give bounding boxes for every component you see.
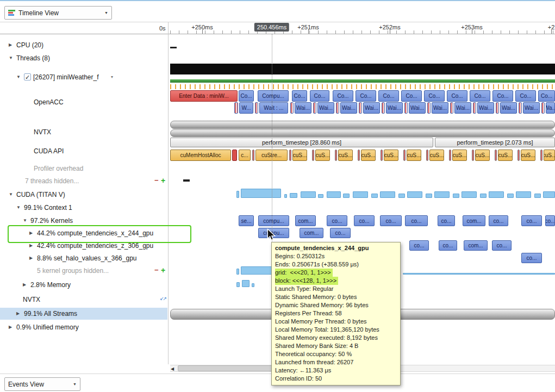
timeline-bar-mem[interactable] [462,191,477,198]
timeline-bar-blue[interactable]: com... [464,240,488,251]
timeline-bar-stripe[interactable] [255,102,258,114]
timeline-bar-blue[interactable]: compu... [258,215,289,226]
row-checkbox[interactable]: ✓ [24,73,31,80]
expand-down-icon[interactable]: ▼ [16,205,21,210]
timeline-bar-blue[interactable]: Co... [333,90,353,102]
timeline-bar-stripe[interactable] [336,102,339,114]
timeline-bar-stripe2[interactable] [517,150,520,161]
timeline-bar-mem[interactable] [489,191,504,198]
expand-row-icon[interactable]: ↙↗ [160,296,166,301]
timeline-bar-blue[interactable]: Co... [470,90,490,102]
timeline-bar-blue[interactable]: co... [489,215,508,226]
timeline-bar-mem[interactable] [242,280,250,287]
expand-right-icon[interactable]: ▶ [9,42,12,47]
timeline-bar-blue[interactable]: co... [409,240,429,251]
timeline-bar-stripe[interactable] [450,102,453,114]
timeline-bar-mem[interactable] [301,191,316,198]
timeline-bar-mem[interactable] [343,194,350,198]
timeline-bar-mem[interactable] [407,191,422,198]
timeline-bar-blue[interactable]: com... [295,215,316,226]
timeline-bar-orange[interactable]: cuS... [452,150,467,161]
timeline-bar-stripe[interactable] [427,102,431,114]
timeline-bar-stripe2[interactable] [358,150,360,161]
sidebar-row-kernel-groups-hidden[interactable]: 5 kernel groups hidden...−+ [0,265,167,277]
sidebar-row-nvtx-thread[interactable]: NVTX [0,126,167,138]
sidebar-row-all-streams[interactable]: ▶99.1% All Streams [0,308,167,320]
timeline-bar-stripe2[interactable] [335,150,337,161]
expand-right-icon[interactable]: ▶ [23,282,26,287]
timeline-bar-blue[interactable]: Wai... [340,102,357,114]
timeline-bar-blue[interactable]: Co... [239,90,254,102]
remove-hidden-icon[interactable]: − [154,266,159,274]
timeline-bar-blue[interactable]: Co... [378,90,399,102]
timeline-bar-blue[interactable]: co... [545,215,555,226]
timeline-bar-stripe[interactable] [496,102,499,114]
sidebar-row-cuda-api[interactable]: CUDA API [0,145,167,157]
timeline-bar-stripe[interactable] [359,102,362,114]
timeline-bar-mem[interactable] [290,193,297,198]
sidebar-row-memory[interactable]: ▶2.8% Memory [0,279,167,291]
timeline-bar-blue[interactable]: se... [239,215,254,226]
timeline-bar-orange[interactable]: cuS... [498,150,513,161]
timeline-bar-dash[interactable] [170,47,177,48]
timeline-bar-orange[interactable]: cuS... [384,150,398,161]
sidebar-row-profiler-overhead[interactable]: Profiler overhead [0,163,167,175]
timeline-bar-blue[interactable]: co... [439,240,457,251]
timeline-bar-mem[interactable] [403,273,555,275]
timeline-bar-mem[interactable] [252,283,254,287]
timeline-bar-stripe[interactable] [382,102,385,114]
timeline-bar-red[interactable]: Enter Data : miniW... [170,90,238,102]
timeline-bar-stripe[interactable] [473,102,476,114]
timeline-bar-blue[interactable]: co... [354,215,375,226]
timeline-bar-mem[interactable] [534,194,541,198]
timeline-bar-mem[interactable] [480,194,487,198]
timeline-bar-mem[interactable] [327,191,341,198]
timeline-bar-stripe2[interactable] [426,150,428,161]
timeline-bar-stripe2[interactable] [403,150,406,161]
timeline-bar-orange[interactable]: cuS... [521,150,535,161]
timeline-bar-mem[interactable] [241,189,281,198]
timeline-bar-blue[interactable]: Wai... [295,102,311,114]
timeline-bar-mem[interactable] [434,191,450,198]
restore-hidden-icon[interactable]: + [161,176,165,185]
timeline-bar-mem[interactable] [284,194,287,198]
sidebar-row-cpu[interactable]: ▶CPU (20) [0,39,167,51]
timeline-bar-mem[interactable] [236,282,240,287]
timeline-bar-blue[interactable]: Co... [538,90,555,102]
timeline-bar-blue[interactable]: Co... [401,90,422,102]
timeline-bar-blue[interactable]: Wai... [500,102,517,114]
timeline-bar-stripe2[interactable] [289,150,291,161]
timeline-bar-blue[interactable]: co... [380,215,402,226]
timeline-bar-orange[interactable]: cuS... [544,150,555,161]
timeline-bar-mem[interactable] [371,194,378,198]
timeline-bar-mem[interactable] [543,191,555,198]
expand-down-icon[interactable]: ▼ [9,192,13,197]
timeline-bar-mem[interactable] [236,191,239,198]
timeline-bar-blue[interactable]: Co... [492,90,513,102]
sidebar-row-kernel-halo[interactable]: ▶8.8% set_halo_values_x_366_gpu [0,252,167,264]
timeline-bar-orange[interactable]: cuMemHostAlloc [170,150,231,161]
timeline-bar-range[interactable]: perform_timestep [28.860 ms] [170,138,433,147]
timeline-bar-orange[interactable]: cuS... [429,150,444,161]
timeline-bar-stripe2[interactable] [252,150,254,161]
timeline-bar-graybar[interactable] [170,129,555,137]
sidebar-row-openacc[interactable]: OpenACC [0,96,167,108]
timeline-bar-redsm[interactable] [232,150,237,161]
timeline-bar-stripe2[interactable] [449,150,451,161]
remove-hidden-icon[interactable]: − [154,176,159,184]
timeline-bar-mem[interactable] [426,194,432,198]
timeline-bar-blue[interactable]: Wai... [454,102,471,114]
timeline-bar-blue[interactable]: W... [239,102,253,114]
timeline-bar-ticks[interactable] [170,84,555,89]
timeline-bar-blue[interactable]: Wai... [477,102,494,114]
sidebar-row-unified-memory[interactable]: ▶0.9% Unified memory [0,321,167,333]
timeline-bar-orange[interactable]: cuS... [338,150,353,161]
sidebar-row-nvtx-cuda[interactable]: NVTX↙↗ [0,294,167,306]
timeline-bar-blue[interactable]: co... [492,240,512,251]
timeline-bar-blue[interactable]: co... [438,215,455,226]
timeline-bar-blue[interactable]: Co... [292,90,307,102]
chevron-down-icon[interactable]: ▾ [111,74,113,79]
timeline-bar-stripe2[interactable] [540,150,542,161]
timeline-bar-orange[interactable]: cuS... [361,150,376,161]
timeline-bar-stripe2[interactable] [381,150,383,161]
